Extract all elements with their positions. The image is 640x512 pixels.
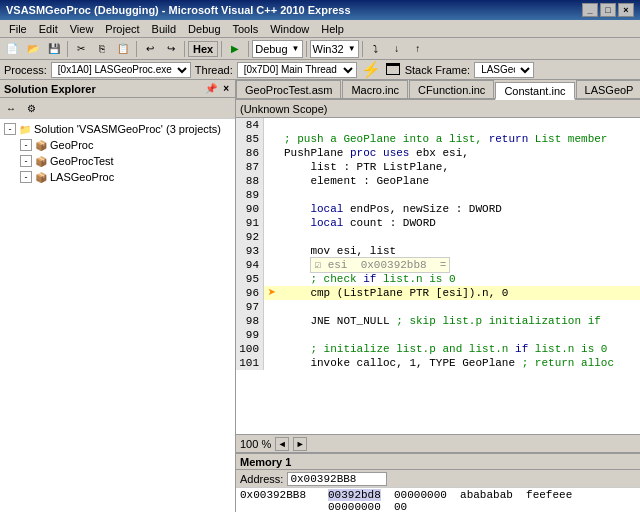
step-into-button[interactable]: ↓ [387,40,407,58]
paste-button[interactable]: 📋 [113,40,133,58]
menu-help[interactable]: Help [316,22,349,36]
code-lines[interactable]: 84 85 ; push a GeoPlane into a list, ret… [236,118,640,434]
tab-macro-inc[interactable]: Macro.inc [342,80,408,98]
code-line-93: 93 mov esi, list [236,244,640,258]
memory-panel-title: Memory 1 [240,456,291,468]
menu-project[interactable]: Project [100,22,144,36]
stack-select[interactable]: LASGeoP [474,62,534,78]
geoproc-icon: 📦 [34,138,48,152]
tab-geoproc-test[interactable]: GeoProcTest.asm [236,80,341,98]
code-line-94: 94 ☑ esi 0x00392bb8 = [236,258,640,272]
menu-edit[interactable]: Edit [34,22,63,36]
new-button[interactable]: 📄 [2,40,22,58]
code-area: (Unknown Scope) 84 85 ; push a GeoPlane … [236,100,640,452]
minimize-button[interactable]: _ [582,3,598,17]
redo-button[interactable]: ↪ [161,40,181,58]
debug-dropdown-arrow[interactable]: ▼ [292,44,300,53]
memory-data-row: 0x00392BB8 00392bd8 00000000 abababab fe… [236,488,640,512]
warning-icon: ⚡ [361,60,381,79]
toolbar-separator-1 [67,41,68,57]
project-geoproc-item[interactable]: - 📦 GeoProc [18,137,233,153]
pin-button[interactable]: 📌 [203,83,219,94]
open-button[interactable]: 📂 [23,40,43,58]
platform-dropdown-arrow[interactable]: ▼ [348,44,356,53]
menu-build[interactable]: Build [147,22,181,36]
zoom-label: 100 % [240,438,271,450]
process-bar: Process: [0x1A0] LASGeoProc.exe Thread: … [0,60,640,80]
save-button[interactable]: 💾 [44,40,64,58]
line-code-96: cmp (ListPlane PTR [esi]).n, 0 [280,286,508,300]
line-num-95: 95 [236,272,264,286]
menu-tools[interactable]: Tools [228,22,264,36]
project-lasgeoproc-item[interactable]: - 📦 LASGeoProc [18,169,233,185]
tab-lasgeop[interactable]: LASGeoP [576,80,640,98]
solution-expand[interactable]: - [4,123,16,135]
code-line-97: 97 [236,300,640,314]
solution-icon: 📁 [18,122,32,136]
line-num-84: 84 [236,118,264,132]
menu-file[interactable]: File [4,22,32,36]
code-line-84: 84 [236,118,640,132]
thread-select[interactable]: [0x7D0] Main Thread [237,62,357,78]
line-num-96: 96 [236,286,264,300]
line-code-93: mov esi, list [280,244,396,258]
step-over-button[interactable]: ⤵ [366,40,386,58]
cut-button[interactable]: ✂ [71,40,91,58]
scroll-left-button[interactable]: ◄ [275,437,289,451]
toolbar-separator-6 [306,41,307,57]
geoproc-label: GeoProc [50,139,93,151]
line-num-91: 91 [236,216,264,230]
thread-label: Thread: [195,64,233,76]
close-panel-button[interactable]: × [221,83,231,94]
copy-button[interactable]: ⎘ [92,40,112,58]
panel-header-buttons[interactable]: 📌 × [203,83,231,94]
play-button[interactable]: ▶ [225,40,245,58]
editor-tabs: GeoProcTest.asm Macro.inc CFunction.inc … [236,80,640,100]
geoprotest-label: GeoProcTest [50,155,114,167]
platform-dropdown[interactable]: Win32 ▼ [310,40,359,58]
menu-view[interactable]: View [65,22,99,36]
undo-button[interactable]: ↩ [140,40,160,58]
line-num-86: 86 [236,146,264,160]
solution-explorer: Solution Explorer 📌 × ↔ ⚙ - 📁 Solution '… [0,80,236,512]
properties-button[interactable]: ⚙ [22,100,40,116]
tab-constant-inc[interactable]: Constant.inc [495,82,574,100]
process-select[interactable]: [0x1A0] LASGeoProc.exe [51,62,191,78]
menu-debug[interactable]: Debug [183,22,225,36]
menu-bar: File Edit View Project Build Debug Tools… [0,20,640,38]
line-num-85: 85 [236,132,264,146]
code-line-92: 92 [236,230,640,244]
right-panel: GeoProcTest.asm Macro.inc CFunction.inc … [236,80,640,512]
process-label: Process: [4,64,47,76]
line-code-95: ; check if list.n is 0 [280,272,456,286]
geoprotest-expand[interactable]: - [20,155,32,167]
close-button[interactable]: × [618,3,634,17]
geoproc-expand[interactable]: - [20,139,32,151]
line-num-93: 93 [236,244,264,258]
scope-label: (Unknown Scope) [240,103,327,115]
toolbar-separator-5 [248,41,249,57]
tab-cfunction-inc[interactable]: CFunction.inc [409,80,494,98]
maximize-button[interactable]: □ [600,3,616,17]
memory-panel-header: Memory 1 [236,454,640,470]
line-num-92: 92 [236,230,264,244]
lasgeoproc-label: LASGeoProc [50,171,114,183]
solution-explorer-title: Solution Explorer [4,83,96,95]
mem-highlighted-bytes: 00392bd8 [328,489,381,501]
debug-dropdown[interactable]: Debug ▼ [252,40,302,58]
step-out-button[interactable]: ↑ [408,40,428,58]
code-content[interactable]: 84 85 ; push a GeoPlane into a list, ret… [236,118,640,452]
lasgeoproc-expand[interactable]: - [20,171,32,183]
line-code-87: list : PTR ListPlane, [280,160,449,174]
address-input[interactable] [287,472,387,486]
line-code-100: ; initialize list.p and list.n if list.n… [280,342,607,356]
window-controls[interactable]: _ □ × [582,3,634,17]
project-geoprotest-item[interactable]: - 📦 GeoProcTest [18,153,233,169]
scroll-right-button[interactable]: ► [293,437,307,451]
lasgeoproc-icon: 📦 [34,170,48,184]
hex-button[interactable]: Hex [188,41,218,57]
solution-root-item[interactable]: - 📁 Solution 'VSASMGeoProc' (3 projects) [2,121,233,137]
platform-dropdown-label: Win32 [313,43,344,55]
menu-window[interactable]: Window [265,22,314,36]
sync-button[interactable]: ↔ [2,100,20,116]
